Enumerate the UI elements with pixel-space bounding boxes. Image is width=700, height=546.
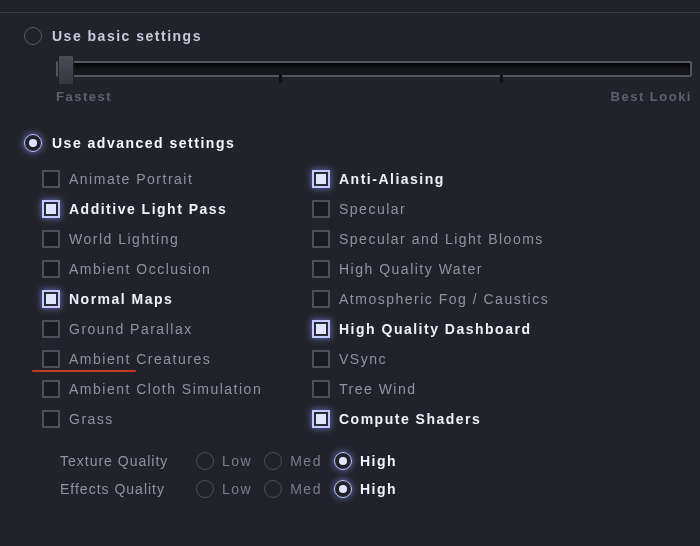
checkbox-unchecked-icon <box>42 230 60 248</box>
checkbox-label: Specular and Light Blooms <box>339 231 544 247</box>
checkbox-label: Ambient Occlusion <box>69 261 211 277</box>
checkbox-option[interactable]: Specular and Light Blooms <box>312 230 612 248</box>
checkbox-checked-icon <box>312 320 330 338</box>
checkbox-checked-icon <box>42 290 60 308</box>
quality-label: Effects Quality <box>60 481 188 497</box>
checkbox-option[interactable]: Grass <box>42 410 312 428</box>
checkbox-checked-icon <box>42 200 60 218</box>
radio-dot-icon <box>339 485 347 493</box>
checkbox-option[interactable]: High Quality Water <box>312 260 612 278</box>
checkbox-label: Anti-Aliasing <box>339 171 445 187</box>
radio-icon <box>24 134 42 152</box>
checkbox-label: Atmospheric Fog / Caustics <box>339 291 549 307</box>
slider-handle[interactable] <box>58 55 74 85</box>
radio-icon[interactable] <box>196 452 214 470</box>
quality-label: Texture Quality <box>60 453 188 469</box>
quality-row: Effects QualityLowMedHigh <box>60 480 676 498</box>
checkbox-unchecked-icon <box>312 230 330 248</box>
checkbox-checked-icon <box>312 170 330 188</box>
checkbox-label: Normal Maps <box>69 291 173 307</box>
checkbox-unchecked-icon <box>42 320 60 338</box>
checkbox-label: VSync <box>339 351 387 367</box>
checkbox-label: High Quality Dashboard <box>339 321 531 337</box>
checkbox-option[interactable]: VSync <box>312 350 612 368</box>
checkbox-option[interactable]: Specular <box>312 200 612 218</box>
checkbox-label: Ground Parallax <box>69 321 193 337</box>
checkbox-option[interactable]: Ambient Occlusion <box>42 260 312 278</box>
slider-tick <box>500 75 503 83</box>
quality-option-label[interactable]: Low <box>222 481 252 497</box>
checkbox-label: World Lighting <box>69 231 179 247</box>
radio-dot-icon <box>339 457 347 465</box>
radio-dot-icon <box>29 139 37 147</box>
checkbox-label: Compute Shaders <box>339 411 481 427</box>
checkbox-option[interactable]: Ambient Cloth Simulation <box>42 380 312 398</box>
checkbox-unchecked-icon <box>42 170 60 188</box>
radio-icon[interactable] <box>264 480 282 498</box>
checkbox-option[interactable]: Anti-Aliasing <box>312 170 612 188</box>
checkbox-label: Ambient Creatures <box>69 351 211 367</box>
checkbox-label: Tree Wind <box>339 381 417 397</box>
checkbox-option[interactable]: Normal Maps <box>42 290 312 308</box>
checkbox-unchecked-icon <box>312 380 330 398</box>
quality-option-label[interactable]: Med <box>290 481 322 497</box>
slider-tick <box>279 75 282 83</box>
checkbox-unchecked-icon <box>42 260 60 278</box>
checkbox-unchecked-icon <box>312 260 330 278</box>
checkbox-unchecked-icon <box>42 350 60 368</box>
checkbox-unchecked-icon <box>312 350 330 368</box>
checkbox-option[interactable]: Atmospheric Fog / Caustics <box>312 290 612 308</box>
slider-low-label: Fastest <box>56 89 112 104</box>
quality-option-label[interactable]: Med <box>290 453 322 469</box>
quality-row: Texture QualityLowMedHigh <box>60 452 676 470</box>
checkbox-option[interactable]: Animate Portrait <box>42 170 312 188</box>
highlight-underline <box>32 370 136 372</box>
top-divider <box>0 12 700 13</box>
checkbox-option[interactable]: World Lighting <box>42 230 312 248</box>
radio-icon[interactable] <box>264 452 282 470</box>
checkbox-option[interactable]: Additive Light Pass <box>42 200 312 218</box>
use-basic-settings-label: Use basic settings <box>52 28 202 44</box>
checkbox-unchecked-icon <box>312 200 330 218</box>
radio-icon <box>24 27 42 45</box>
quality-option-label[interactable]: Low <box>222 453 252 469</box>
use-advanced-settings-label: Use advanced settings <box>52 135 235 151</box>
checkbox-option[interactable]: Tree Wind <box>312 380 612 398</box>
quality-option-label[interactable]: High <box>360 481 397 497</box>
quality-slider[interactable] <box>56 61 692 77</box>
checkbox-option[interactable]: Compute Shaders <box>312 410 612 428</box>
checkbox-option[interactable]: Ground Parallax <box>42 320 312 338</box>
checkbox-label: Grass <box>69 411 114 427</box>
use-basic-settings-radio[interactable]: Use basic settings <box>24 27 676 45</box>
checkbox-unchecked-icon <box>42 410 60 428</box>
radio-icon[interactable] <box>196 480 214 498</box>
checkbox-label: Additive Light Pass <box>69 201 227 217</box>
checkbox-label: Specular <box>339 201 406 217</box>
checkbox-label: High Quality Water <box>339 261 483 277</box>
quality-option-label[interactable]: High <box>360 453 397 469</box>
checkbox-label: Ambient Cloth Simulation <box>69 381 262 397</box>
checkbox-option[interactable]: Ambient Creatures <box>42 350 312 368</box>
checkbox-unchecked-icon <box>312 290 330 308</box>
checkbox-unchecked-icon <box>42 380 60 398</box>
radio-icon[interactable] <box>334 480 352 498</box>
radio-icon[interactable] <box>334 452 352 470</box>
slider-high-label: Best Looki <box>611 89 692 104</box>
checkbox-checked-icon <box>312 410 330 428</box>
checkbox-option[interactable]: High Quality Dashboard <box>312 320 612 338</box>
use-advanced-settings-radio[interactable]: Use advanced settings <box>24 134 676 152</box>
checkbox-label: Animate Portrait <box>69 171 193 187</box>
